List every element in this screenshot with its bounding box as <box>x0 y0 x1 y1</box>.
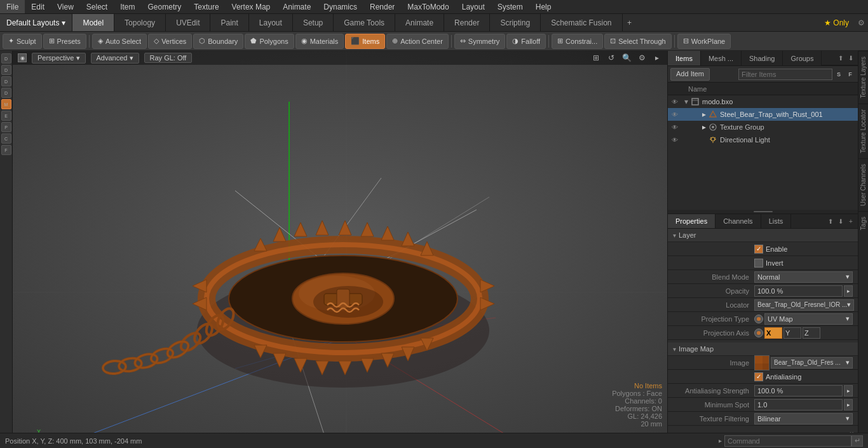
axis-x-input[interactable] <box>764 327 782 339</box>
tab-render[interactable]: Render <box>444 14 490 31</box>
antialiasing-strength-expand-icon[interactable]: ▸ <box>844 385 853 397</box>
left-tool-2[interactable]: D <box>1 65 11 75</box>
texture-filtering-dropdown[interactable]: Bilinear ▾ <box>754 413 853 424</box>
left-tool-3[interactable]: D <box>1 76 11 86</box>
tab-topology[interactable]: Topology <box>114 14 166 31</box>
eye-icon-mesh[interactable]: 👁 <box>670 110 679 119</box>
opacity-input[interactable] <box>754 285 843 297</box>
viewport[interactable]: ◉ Perspective ▾ Advanced ▾ Ray GL: Off ⊞… <box>13 51 667 433</box>
menu-texture[interactable]: Texture <box>187 0 225 13</box>
invert-checkbox[interactable] <box>754 259 763 268</box>
workplane-button[interactable]: ⊟ WorkPlane <box>677 34 731 49</box>
image-dropdown[interactable]: Bear_Trap_Old_Fres ... ▾ <box>771 357 853 369</box>
projection-axis-radio[interactable] <box>754 329 763 337</box>
menu-layout[interactable]: Layout <box>456 0 491 13</box>
enable-checkbox[interactable]: ✓ <box>754 245 763 254</box>
list-item-root[interactable]: 👁 ▾ modo.bxo <box>668 95 858 108</box>
panel-tab-mesh[interactable]: Mesh ... <box>701 51 742 65</box>
tab-paint[interactable]: Paint <box>210 14 248 31</box>
viewport-raygl-toggle[interactable]: Ray GL: Off <box>144 53 193 63</box>
items-f-button[interactable]: F <box>845 69 855 79</box>
list-item-texture-group[interactable]: 👁 ▸ Texture Group <box>668 121 858 133</box>
list-item-light[interactable]: 👁 Directional Light <box>668 133 858 146</box>
tab-schematic-fusion[interactable]: Schematic Fusion <box>541 14 622 31</box>
panel-tab-groups[interactable]: Groups <box>783 51 822 65</box>
tags-tab[interactable]: Tags <box>858 211 868 235</box>
projection-type-radio[interactable] <box>754 315 763 323</box>
texture-locator-tab[interactable]: Texture Locator <box>858 104 868 158</box>
menu-dynamics[interactable]: Dynamics <box>317 0 363 13</box>
menu-geometry[interactable]: Geometry <box>142 0 188 13</box>
left-tool-7[interactable]: P <box>1 122 11 132</box>
presets-button[interactable]: ⊞ Presets <box>43 34 86 49</box>
menu-file[interactable]: File <box>0 0 25 13</box>
image-map-collapse-icon[interactable]: ▾ <box>673 346 676 353</box>
panel-expand-icon[interactable]: ⬇ <box>846 53 855 62</box>
auto-select-button[interactable]: ◈ Auto Select <box>92 34 147 49</box>
left-tool-9[interactable]: F <box>1 145 11 155</box>
tab-scripting[interactable]: Scripting <box>490 14 541 31</box>
items-s-button[interactable]: S <box>834 69 844 79</box>
axis-z-input[interactable] <box>803 327 820 339</box>
command-arrow-icon[interactable]: ▸ <box>715 437 724 445</box>
left-tool-4[interactable]: D <box>1 88 11 98</box>
viewport-advanced-dropdown[interactable]: Advanced ▾ <box>91 53 139 64</box>
left-tool-1[interactable]: D <box>1 53 11 64</box>
locator-dropdown[interactable]: Bear_Trap_Old_Fresnel_IOR ... ▾ <box>754 299 854 311</box>
tab-game-tools[interactable]: Game Tools <box>334 14 395 31</box>
texture-layers-tab[interactable]: Texture Layers <box>858 51 868 104</box>
command-input[interactable] <box>724 435 851 447</box>
polygons-button[interactable]: ⬟ Polygons <box>245 34 294 49</box>
default-layouts-dropdown[interactable]: Default Layouts ▾ <box>0 14 72 31</box>
tab-uvedit[interactable]: UVEdit <box>166 14 210 31</box>
viewport-zoom-icon[interactable]: 🔍 <box>621 53 632 63</box>
eye-icon-light[interactable]: 👁 <box>670 135 679 144</box>
items-button[interactable]: ⬛ Items <box>345 34 385 49</box>
antialiasing-checkbox[interactable]: ✓ <box>754 372 763 381</box>
props-expand-bottom-icon[interactable]: » <box>850 428 855 433</box>
props-plus-button[interactable]: + <box>846 217 855 226</box>
list-item-mesh[interactable]: 👁 ▸ Steel_Bear_Trap_with_Rust_001 <box>668 108 858 121</box>
action-center-button[interactable]: ⊕ Action Center <box>386 34 449 49</box>
opacity-expand-icon[interactable]: ▸ <box>844 285 853 297</box>
materials-button[interactable]: ◉ Materials <box>295 34 344 49</box>
collapse-icon-texture[interactable]: ▸ <box>700 123 709 132</box>
tab-model[interactable]: Model <box>72 14 114 31</box>
symmetry-button[interactable]: ⇔ Symmetry <box>454 34 506 49</box>
viewport-fit-icon[interactable]: ⊞ <box>591 53 601 63</box>
menu-animate[interactable]: Animate <box>276 0 317 13</box>
panel-tab-items[interactable]: Items <box>668 51 701 65</box>
add-mode-button[interactable]: + <box>623 16 637 30</box>
constrain-button[interactable]: ⊞ Constrai... <box>552 34 603 49</box>
tab-animate[interactable]: Animate <box>395 14 444 31</box>
menu-system[interactable]: System <box>491 0 529 13</box>
settings-gear-icon[interactable]: ⚙ <box>854 16 868 30</box>
menu-vertex-map[interactable]: Vertex Map <box>226 0 277 13</box>
left-tool-6[interactable]: E <box>1 111 11 121</box>
tab-setup[interactable]: Setup <box>293 14 334 31</box>
minimum-spot-expand-icon[interactable]: ▸ <box>844 399 853 411</box>
expand-icon-mesh[interactable]: ▸ <box>700 110 709 119</box>
blend-mode-dropdown[interactable]: Normal ▾ <box>754 271 853 283</box>
tab-layout[interactable]: Layout <box>249 14 293 31</box>
left-tool-8[interactable]: C <box>1 133 11 144</box>
menu-select[interactable]: Select <box>80 0 114 13</box>
select-through-button[interactable]: ⊡ Select Through <box>604 34 671 49</box>
collapse-icon-root[interactable]: ▾ <box>682 97 691 106</box>
menu-view[interactable]: View <box>51 0 80 13</box>
viewport-perspective-dropdown[interactable]: Perspective ▾ <box>32 53 86 64</box>
filter-items-input[interactable] <box>738 69 832 80</box>
props-tab-lists[interactable]: Lists <box>761 214 792 228</box>
panel-tab-shading[interactable]: Shading <box>742 51 783 65</box>
props-tab-properties[interactable]: Properties <box>668 214 715 228</box>
vertices-button[interactable]: ◇ Vertices <box>148 34 192 49</box>
menu-render[interactable]: Render <box>363 0 401 13</box>
viewport-more-icon[interactable]: ▸ <box>652 53 662 63</box>
props-tab-channels[interactable]: Channels <box>715 214 761 228</box>
antialiasing-strength-input[interactable] <box>754 385 843 397</box>
menu-item[interactable]: Item <box>114 0 141 13</box>
layer-collapse-icon[interactable]: ▾ <box>673 232 676 239</box>
axis-y-input[interactable] <box>783 327 801 339</box>
viewport-toggle[interactable]: ◉ <box>18 53 27 62</box>
falloff-button[interactable]: ◑ Falloff <box>506 34 546 49</box>
